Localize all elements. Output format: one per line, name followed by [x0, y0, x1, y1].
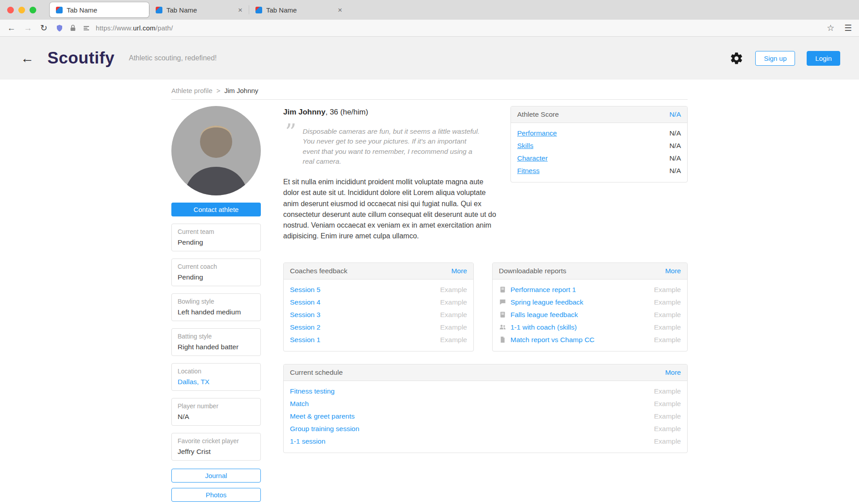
row-example: Example	[654, 425, 681, 433]
current-schedule-card: Current schedule More Fitness testing Ex…	[283, 364, 688, 453]
athlete-meta: , 36 (he/him)	[325, 108, 368, 116]
browser-tab-2[interactable]: Tab Name ×	[149, 2, 249, 17]
row-example: Example	[440, 286, 467, 294]
lock-icon[interactable]	[69, 24, 77, 32]
row-example: Example	[440, 311, 467, 319]
field-label: Current team	[178, 228, 255, 235]
address-bar-actions: ☆ ☰	[827, 24, 852, 32]
session-link[interactable]: Session 1	[290, 336, 320, 344]
report-link[interactable]: Falls league feedback	[510, 311, 578, 319]
schedule-link[interactable]: 1-1 session	[290, 437, 325, 445]
score-value: N/A	[669, 142, 681, 150]
report-link[interactable]: Performance report 1	[510, 286, 576, 294]
schedule-link[interactable]: Meet & greet parents	[290, 412, 355, 420]
breadcrumb-current: Jim Johnny	[225, 87, 259, 94]
row-example: Example	[440, 323, 467, 331]
schedule-row: Meet & greet parents Example	[290, 410, 681, 423]
field-batting-style: Batting style Right handed batter	[171, 328, 261, 356]
feedback-row: Session 3 Example	[290, 309, 467, 321]
row-example: Example	[654, 412, 681, 420]
location-link[interactable]: Dallas, TX	[178, 378, 255, 386]
row-example: Example	[654, 387, 681, 395]
sign-up-button[interactable]: Sign up	[755, 51, 795, 66]
session-link[interactable]: Session 2	[290, 323, 320, 331]
athlete-bio: Jim Johnny, 36 (he/him) ” Disposable cam…	[283, 106, 497, 242]
book-icon	[499, 311, 506, 318]
score-row: Character N/A	[517, 152, 681, 165]
journal-button[interactable]: Journal	[171, 469, 261, 483]
report-row: Match report vs Champ CC Example	[499, 334, 681, 346]
profile-sidebar: Contact athlete Current team Pending Cur…	[171, 106, 261, 504]
tab-close-icon[interactable]: ×	[238, 6, 242, 14]
score-skills-link[interactable]: Skills	[517, 142, 533, 150]
browser-address-bar: ← → ↻ https://www.url.com/path/ ☆ ☰	[0, 20, 859, 37]
field-current-team: Current team Pending	[171, 224, 261, 251]
field-value: Left handed medium	[178, 308, 255, 316]
document-icon	[499, 336, 506, 343]
schedule-link[interactable]: Group training session	[290, 425, 359, 433]
schedule-link[interactable]: Match	[290, 400, 309, 408]
score-fitness-link[interactable]: Fitness	[517, 167, 540, 175]
score-value: N/A	[669, 129, 681, 137]
url-host: url.com	[133, 24, 156, 32]
tab-close-icon[interactable]: ×	[338, 6, 342, 14]
score-character-link[interactable]: Character	[517, 154, 548, 162]
session-link[interactable]: Session 3	[290, 311, 320, 319]
header-actions: Sign up Login	[730, 51, 840, 66]
tab-label: Tab Name	[166, 6, 197, 14]
shield-icon[interactable]	[55, 24, 64, 32]
reports-more-link[interactable]: More	[665, 267, 681, 275]
schedule-link[interactable]: Fitness testing	[290, 387, 335, 395]
login-button[interactable]: Login	[807, 51, 840, 66]
site-permissions-icon[interactable]	[82, 24, 90, 32]
reload-icon[interactable]: ↻	[40, 24, 47, 32]
quote-icon: ”	[285, 127, 297, 138]
browser-tab-bar: Tab Name Tab Name × Tab Name ×	[0, 0, 859, 20]
site-logo: Scoutify	[47, 49, 115, 68]
tab-label: Tab Name	[266, 6, 297, 14]
session-link[interactable]: Session 5	[290, 286, 320, 294]
site-tagline: Athletic scouting, redefined!	[129, 54, 217, 62]
report-row: Performance report 1 Example	[499, 284, 681, 296]
page-content: Athlete profile > Jim Johnny Contact ath…	[171, 87, 688, 504]
field-current-coach: Current coach Pending	[171, 258, 261, 286]
bookmark-star-icon[interactable]: ☆	[827, 24, 834, 32]
back-icon[interactable]: ←	[7, 24, 16, 32]
minimize-window-button[interactable]	[18, 7, 25, 13]
menu-hamburger-icon[interactable]: ☰	[844, 24, 852, 32]
page-back-arrow-icon[interactable]: ←	[21, 51, 34, 65]
score-row: Skills N/A	[517, 140, 681, 152]
overall-score-value: N/A	[669, 110, 681, 119]
report-row: Spring league feedback Example	[499, 296, 681, 309]
close-window-button[interactable]	[7, 7, 14, 13]
report-link[interactable]: Match report vs Champ CC	[510, 336, 595, 344]
row-example: Example	[654, 336, 681, 344]
session-link[interactable]: Session 4	[290, 298, 320, 306]
settings-gear-icon[interactable]	[730, 51, 744, 65]
forward-icon[interactable]: →	[24, 24, 32, 32]
maximize-window-button[interactable]	[30, 7, 36, 13]
feedback-more-link[interactable]: More	[451, 267, 467, 275]
comment-icon	[499, 298, 506, 306]
athlete-name: Jim Johnny	[283, 108, 325, 116]
photos-button[interactable]: Photos	[171, 488, 261, 502]
athlete-name-line: Jim Johnny, 36 (he/him)	[283, 108, 497, 117]
score-performance-link[interactable]: Performance	[517, 129, 557, 137]
schedule-more-link[interactable]: More	[665, 368, 681, 377]
field-value: Jeffry Crist	[178, 448, 255, 456]
report-link[interactable]: Spring league feedback	[510, 298, 583, 306]
report-link[interactable]: 1-1 with coach (skills)	[510, 323, 577, 331]
breadcrumb-section[interactable]: Athlete profile	[171, 87, 213, 94]
current-schedule-header: Current schedule More	[284, 364, 687, 381]
score-row: Performance N/A	[517, 127, 681, 140]
score-row: Fitness N/A	[517, 165, 681, 177]
row-example: Example	[654, 286, 681, 294]
url-field[interactable]: https://www.url.com/path/	[55, 24, 819, 32]
site-header: ← Scoutify Athletic scouting, redefined!…	[0, 37, 859, 80]
row-example: Example	[440, 336, 467, 344]
people-icon	[499, 323, 506, 331]
browser-tab-3[interactable]: Tab Name ×	[249, 2, 349, 17]
browser-tab-1[interactable]: Tab Name	[50, 2, 149, 17]
card-title: Current schedule	[290, 368, 343, 377]
contact-athlete-button[interactable]: Contact athlete	[171, 203, 261, 216]
